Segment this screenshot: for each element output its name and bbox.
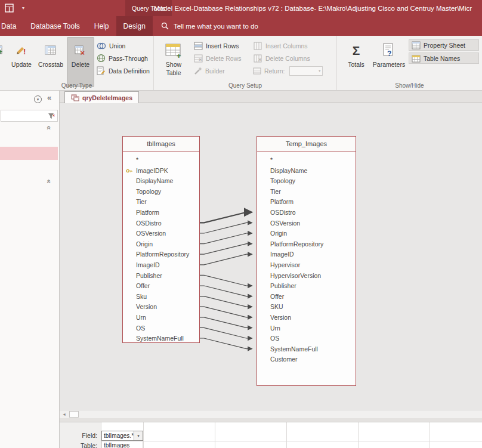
field-row-OSDistro[interactable]: OSDistro	[257, 208, 356, 218]
field-dropdown-button[interactable]: ▾	[134, 431, 143, 440]
field-row-Version[interactable]: Version	[257, 313, 356, 323]
field-row-Customer[interactable]: Customer	[257, 354, 356, 365]
grid-field-cell[interactable]: tblImages.* ▾	[101, 431, 143, 441]
parameters-button[interactable]: ? Parameters	[372, 37, 406, 87]
nav-search-box[interactable]: ×	[1, 110, 58, 122]
insert-columns-button[interactable]: Insert Columns	[251, 39, 335, 52]
field-row-Origin[interactable]: Origin	[257, 228, 356, 239]
field-row-SystemNameFull[interactable]: SystemNameFull	[123, 333, 199, 344]
quick-access-toolbar-arrow-icon[interactable]: ▾	[22, 5, 24, 11]
insert-rows-button[interactable]: Insert Rows	[191, 39, 248, 52]
field-row-SystemNameFull[interactable]: SystemNameFull	[257, 344, 356, 355]
scrollbar-thumb[interactable]	[69, 411, 79, 418]
field-name: PlatformRepository	[136, 251, 189, 258]
join-line-Offer[interactable]	[200, 286, 252, 296]
field-row-SKU[interactable]: SKU	[257, 302, 356, 313]
nav-selected-item[interactable]	[0, 147, 58, 160]
join-line-Version[interactable]	[200, 307, 252, 317]
delete-columns-button[interactable]: × Delete Columns	[251, 52, 335, 64]
field-row-HypervisorVersion[interactable]: HypervisorVersion	[257, 271, 356, 282]
delete-rows-button[interactable]: × Delete Rows	[191, 52, 248, 64]
field-row-Platform[interactable]: Platform	[257, 197, 356, 208]
union-button[interactable]: Union	[94, 39, 153, 52]
join-line-ImageID[interactable]	[200, 254, 252, 265]
field-row-Publisher[interactable]: Publisher	[123, 271, 199, 282]
join-line-Sku[interactable]	[200, 296, 252, 307]
clear-filter-icon[interactable]: ×	[48, 113, 55, 120]
return-combobox[interactable]: ▾	[289, 66, 323, 76]
join-line-SystemNameFull[interactable]	[200, 338, 252, 349]
field-row-OSVersion[interactable]: OSVersion	[123, 228, 199, 239]
grid-column-divider	[358, 422, 359, 448]
field-row-ImageID[interactable]: ImageID	[123, 260, 199, 271]
field-row-Urn[interactable]: Urn	[123, 313, 199, 323]
tab-external-data[interactable]: Data	[0, 16, 23, 36]
field-row-asterisk[interactable]: *	[257, 155, 356, 166]
field-row-DisplayName[interactable]: DisplayName	[123, 176, 199, 187]
field-row-Topology[interactable]: Topology	[123, 187, 199, 197]
builder-button[interactable]: Builder	[191, 64, 248, 77]
field-row-OSDistro[interactable]: OSDistro	[123, 218, 199, 229]
field-row-PlatformRepository[interactable]: PlatformRepository	[123, 249, 199, 260]
totals-button[interactable]: Σ Totals	[343, 37, 369, 87]
join-line-OS[interactable]	[200, 327, 252, 338]
shutter-close-icon[interactable]: «	[47, 93, 51, 102]
field-row-ImageIDPK[interactable]: ImageIDPK	[123, 166, 199, 177]
field-row-PlatformRepository[interactable]: PlatformRepository	[257, 239, 356, 250]
grid-table-cell[interactable]: tblImages	[101, 441, 143, 448]
crosstab-button[interactable]: Crosstab	[36, 37, 66, 87]
tab-design[interactable]: Design	[116, 16, 153, 36]
update-button[interactable]: ! Update	[8, 37, 35, 87]
field-row-Tier[interactable]: Tier	[257, 187, 356, 197]
field-row-Hypervisor[interactable]: Hypervisor	[257, 260, 356, 271]
field-row-Tier[interactable]: Tier	[123, 197, 199, 208]
tab-help[interactable]: Help	[87, 16, 116, 36]
table-card-Temp_Images[interactable]: Temp_Images*DisplayNameTopologyTierPlatf…	[257, 136, 356, 386]
design-surface[interactable]: tblImages*ImageIDPKDisplayNameTopologyTi…	[60, 103, 482, 410]
tell-me-search[interactable]: Tell me what you want to do	[161, 16, 258, 36]
field-row-Version[interactable]: Version	[123, 302, 199, 313]
group-label-query-setup: Query Setup	[154, 82, 336, 89]
field-row-OS[interactable]: OS	[123, 323, 199, 334]
field-row-Urn[interactable]: Urn	[257, 323, 356, 334]
field-row-Offer[interactable]: Offer	[123, 281, 199, 292]
data-definition-button[interactable]: Data Definition	[94, 64, 153, 77]
collapse-group-icon[interactable]: «	[45, 180, 53, 184]
pass-through-button[interactable]: Pass-Through	[94, 52, 153, 64]
scroll-left-icon[interactable]: ◄	[60, 410, 69, 418]
horizontal-scrollbar[interactable]: ◄	[60, 410, 482, 418]
show-table-button[interactable]: + Show Table	[159, 37, 189, 87]
access-app-icon[interactable]	[5, 4, 14, 15]
field-row-DisplayName[interactable]: DisplayName	[257, 166, 356, 177]
document-tab-qrydeleteimages[interactable]: qryDeleteImages	[64, 91, 139, 103]
field-row-OSVersion[interactable]: OSVersion	[257, 218, 356, 229]
property-sheet-button[interactable]: Property Sheet	[409, 39, 479, 51]
join-line-Publisher[interactable]	[200, 275, 252, 286]
return-control[interactable]: Return: ▾	[251, 64, 335, 77]
nav-pane: ▾ « × « «	[0, 91, 60, 448]
join-line-Urn[interactable]	[200, 317, 252, 328]
field-row-asterisk[interactable]: *	[123, 155, 199, 166]
field-row-Sku[interactable]: Sku	[123, 292, 199, 302]
collapse-group-icon[interactable]: «	[45, 126, 53, 130]
group-label-show-hide: Show/Hide	[337, 82, 482, 89]
field-row-OS[interactable]: OS	[257, 333, 356, 344]
join-line-OSVersion[interactable]	[200, 223, 252, 233]
tab-database-tools[interactable]: Database Tools	[23, 16, 87, 36]
field-row-Publisher[interactable]: Publisher	[257, 281, 356, 292]
table-names-button[interactable]: Table Names	[409, 52, 479, 64]
field-row-Platform[interactable]: Platform	[123, 208, 199, 218]
delete-button[interactable]: × Delete	[67, 37, 94, 87]
field-row-Origin[interactable]: Origin	[123, 239, 199, 250]
join-line-OSDistro[interactable]	[200, 212, 252, 223]
field-row-Offer[interactable]: Offer	[257, 292, 356, 302]
nav-pane-menu-icon[interactable]: ▾	[34, 95, 42, 103]
primary-key-icon	[126, 168, 132, 174]
table-card-title[interactable]: Temp_Images	[257, 137, 356, 152]
table-card-tblImages[interactable]: tblImages*ImageIDPKDisplayNameTopologyTi…	[122, 136, 200, 343]
field-row-ImageID[interactable]: ImageID	[257, 249, 356, 260]
join-line-Origin[interactable]	[200, 233, 252, 244]
join-line-PlatformRepository[interactable]	[200, 244, 252, 255]
table-card-title[interactable]: tblImages	[123, 137, 199, 152]
field-row-Topology[interactable]: Topology	[257, 176, 356, 187]
